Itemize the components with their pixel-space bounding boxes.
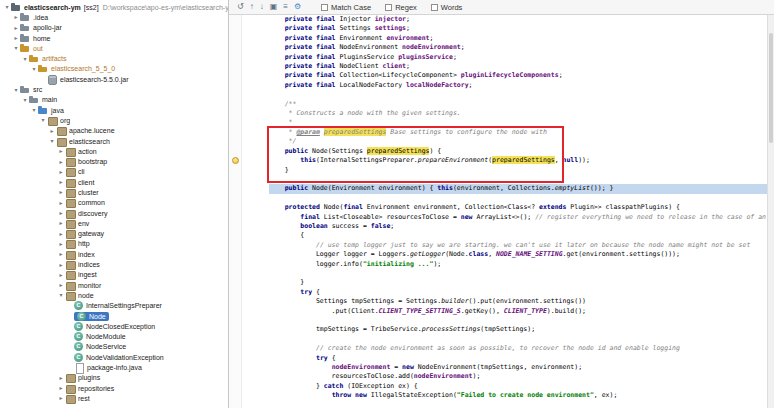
code-line[interactable]: .put(Client.CLIENT_TYPE_SETTING_S.getKey… (269, 307, 767, 316)
code-line[interactable]: public Node(Settings preparedSettings) { (269, 147, 767, 156)
code-line[interactable]: private final Settings settings; (269, 24, 767, 33)
chevron-right-icon[interactable]: ▸ (57, 208, 65, 218)
chevron-right-icon[interactable]: ▸ (57, 373, 65, 383)
tree-item-out[interactable]: ▾out (0, 43, 228, 53)
tree-item-package-info.java[interactable]: package-info.java (0, 362, 228, 372)
code-line[interactable]: private final PluginsService pluginsServ… (269, 53, 767, 62)
chevron-right-icon[interactable]: ▸ (57, 280, 65, 290)
tree-item-plugins[interactable]: ▸plugins (0, 373, 228, 383)
code-line[interactable]: tmpSettings = TribeService.processSettin… (269, 325, 767, 334)
code-line[interactable]: Logger logger = Loggers.getLogger(Node.c… (269, 250, 767, 259)
chevron-down-icon[interactable]: ▾ (30, 105, 38, 115)
tree-item-monitor[interactable]: ▸monitor (0, 280, 228, 290)
chevron-right-icon[interactable]: ▸ (57, 157, 65, 167)
chevron-right-icon[interactable]: ▸ (48, 126, 56, 136)
code-line[interactable]: resourcesToClose.add(nodeEnvironment); (269, 372, 767, 381)
code-line[interactable]: throw new IllegalStateException("Failed … (269, 391, 767, 400)
tree-item-org[interactable]: ▾org (0, 115, 228, 125)
match-case-checkbox[interactable]: Match Case (321, 3, 371, 12)
chevron-down-icon[interactable]: ▾ (12, 85, 20, 95)
code-line[interactable]: /** (269, 100, 767, 109)
code-line[interactable]: private final NodeEnvironment nodeEnviro… (269, 43, 767, 52)
code-line[interactable]: logger.info("initializing ..."); (269, 260, 767, 269)
chevron-right-icon[interactable]: ▸ (57, 393, 65, 403)
chevron-right-icon[interactable]: ▸ (57, 270, 65, 280)
prev-occurrence-icon[interactable]: ↑ (250, 0, 254, 14)
chevron-right-icon[interactable]: ▸ (57, 383, 65, 393)
chevron-right-icon[interactable]: ▸ (12, 23, 20, 33)
tree-item-.idea[interactable]: ▸.idea (0, 12, 228, 22)
chevron-right-icon[interactable]: ▸ (57, 229, 65, 239)
code-line[interactable]: try { (269, 354, 767, 363)
chevron-down-icon[interactable]: ▾ (30, 64, 38, 74)
chevron-right-icon[interactable]: ▸ (57, 239, 65, 249)
code-line[interactable]: } catch (IOException ex) { (269, 382, 767, 391)
chevron-down-icon[interactable]: ▾ (12, 43, 20, 53)
chevron-down-icon[interactable]: ▾ (3, 2, 11, 12)
tree-item-Node[interactable]: CNode (0, 311, 228, 321)
tree-item-action[interactable]: ▸action (0, 146, 228, 156)
code-line[interactable]: * (269, 118, 767, 127)
code-line[interactable]: try { (269, 288, 767, 297)
chevron-right-icon[interactable]: ▸ (57, 218, 65, 228)
intention-bulb-icon[interactable] (232, 157, 239, 164)
chevron-down-icon[interactable]: ▾ (39, 115, 47, 125)
code-line[interactable]: */ (269, 137, 767, 146)
tree-item-bootstrap[interactable]: ▸bootstrap (0, 156, 228, 166)
words-checkbox[interactable]: Words (431, 3, 463, 12)
chevron-right-icon[interactable]: ▸ (57, 167, 65, 177)
tree-item-NodeService[interactable]: CNodeService (0, 342, 228, 352)
code-line[interactable]: Settings tmpSettings = Settings.builder(… (269, 297, 767, 306)
tree-item-src[interactable]: ▾src (0, 84, 228, 94)
code-line[interactable] (269, 175, 767, 184)
tree-item-apollo-jar[interactable]: ▸apollo-jar (0, 23, 228, 33)
tree-item-elasticsearch[interactable]: ▾elasticsearch (0, 136, 228, 146)
tree-item-NodeValidationException[interactable]: CNodeValidationException (0, 352, 228, 362)
code-line[interactable]: { (269, 231, 767, 240)
tree-item-apache.lucene[interactable]: ▸apache.lucene (0, 126, 228, 136)
regex-checkbox-box[interactable] (385, 4, 392, 11)
regex-checkbox[interactable]: Regex (385, 3, 417, 12)
tree-item-cluster[interactable]: ▸cluster (0, 187, 228, 197)
filter-icon[interactable]: ≡ (283, 0, 288, 14)
tree-item-rest[interactable]: ▸rest (0, 393, 228, 403)
code-line[interactable]: } (269, 166, 767, 175)
code-line[interactable]: // create the node environment as soon a… (269, 344, 767, 353)
chevron-down-icon[interactable]: ▾ (57, 290, 65, 300)
chevron-right-icon[interactable]: ▸ (57, 177, 65, 187)
editor-scrollbar[interactable] (767, 15, 774, 408)
code-line[interactable]: } (269, 278, 767, 287)
tree-item-project-root[interactable]: ▾ elasticsearch-ym [ss2] D:\workspace\ap… (0, 2, 228, 12)
code-line[interactable] (269, 194, 767, 203)
tree-item-cli[interactable]: ▸cli (0, 167, 228, 177)
search-settings-icon[interactable]: ⚙ (294, 0, 301, 14)
tree-item-node[interactable]: ▾node (0, 290, 228, 300)
tree-item-java[interactable]: ▾java (0, 105, 228, 115)
tree-item-discovery[interactable]: ▸discovery (0, 208, 228, 218)
code-line[interactable]: private final Environment environment; (269, 34, 767, 43)
tree-item-elasticsearch-5.5.0.jar[interactable]: elasticsearch-5.5.0.jar (0, 74, 228, 84)
code-line[interactable]: nodeEnvironment = new NodeEnvironment(tm… (269, 363, 767, 372)
tree-item-NodeClosedException[interactable]: CNodeClosedException (0, 321, 228, 331)
code-line[interactable]: private final LocalNodeFactory localNode… (269, 81, 767, 90)
code-line[interactable] (269, 90, 767, 99)
select-all-occurrences-icon[interactable]: ▣ (270, 0, 278, 14)
next-occurrence-icon[interactable]: ↓ (260, 0, 264, 14)
code-line[interactable]: private final NodeClient client; (269, 62, 767, 71)
tree-item-repositories[interactable]: ▸repositories (0, 383, 228, 393)
code-line[interactable]: this(InternalSettingsPreparer.prepareEnv… (269, 156, 767, 165)
code-line[interactable]: * @param preparedSettings Base settings … (269, 128, 767, 137)
tree-item-elasticsearch_5_5_0[interactable]: ▾elasticsearch_5_5_0 (0, 64, 228, 74)
chevron-down-icon[interactable]: ▾ (21, 95, 29, 105)
words-checkbox-box[interactable] (431, 4, 438, 11)
code-line[interactable]: protected Node(final Environment environ… (269, 203, 767, 212)
code-line[interactable]: private final Collection<LifecycleCompon… (269, 71, 767, 80)
chevron-down-icon[interactable]: ▾ (48, 136, 56, 146)
code-line[interactable]: * Constructs a node with the given setti… (269, 109, 767, 118)
tree-item-indices[interactable]: ▸indices (0, 259, 228, 269)
tree-item-NodeModule[interactable]: CNodeModule (0, 332, 228, 342)
tree-item-main[interactable]: ▾main (0, 95, 228, 105)
code-line[interactable] (269, 316, 767, 325)
code-line[interactable] (269, 269, 767, 278)
tree-item-InternalSettingsPreparer[interactable]: CInternalSettingsPreparer (0, 301, 228, 311)
